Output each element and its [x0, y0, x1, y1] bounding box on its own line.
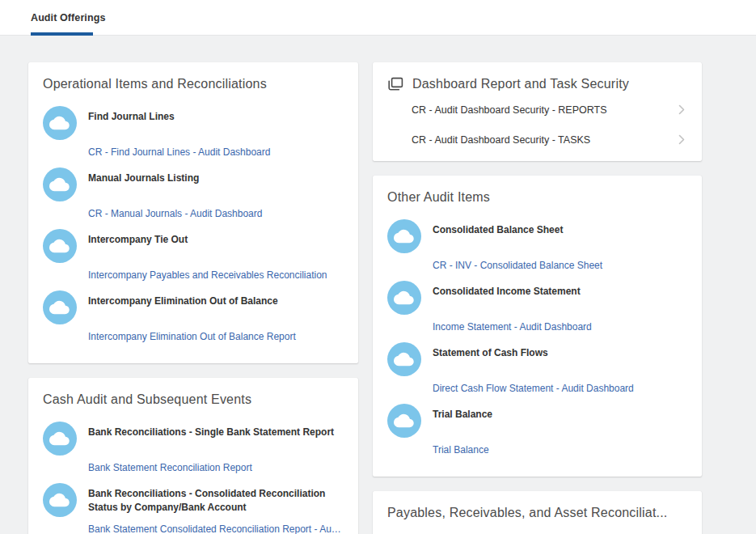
security-row[interactable]: CR - Audit Dashboard Security - REPORTS: [412, 95, 686, 125]
card-title: Operational Items and Reconciliations: [43, 77, 342, 91]
cloud-icon: [43, 106, 77, 140]
worklet-title: Statement of Cash Flows: [433, 342, 686, 379]
worklet-item: Intercompany Tie OutIntercompany Payable…: [43, 229, 342, 282]
worklet-item: Find Journal LinesCR - Find Journal Line…: [43, 106, 342, 159]
worklet-link[interactable]: Bank Statement Consolidated Reconciliati…: [88, 523, 342, 534]
worklet-title: Bank Reconciliations - Single Bank State…: [88, 422, 342, 458]
tab-bar: Audit Offerings: [0, 0, 756, 36]
worklet-link[interactable]: Bank Statement Reconciliation Report: [88, 462, 342, 474]
card-other-audit-items: Other Audit ItemsConsolidated Balance Sh…: [373, 176, 702, 477]
worklet-title: Find Journal Lines: [88, 106, 342, 142]
tab-label: Audit Offerings: [31, 12, 105, 23]
cloud-icon: [387, 219, 421, 253]
worklet-link[interactable]: CR - Find Journal Lines - Audit Dashboar…: [88, 146, 342, 159]
worklet-title: Intercompany Elimination Out of Balance: [88, 290, 342, 327]
security-row-list: CR - Audit Dashboard Security - REPORTSC…: [412, 95, 686, 155]
card-header: Dashboard Report and Task Security: [387, 77, 686, 91]
worklet-title: Consolidated Balance Sheet: [433, 219, 686, 256]
security-row-label: CR - Audit Dashboard Security - TASKS: [412, 134, 590, 146]
left-column: Operational Items and ReconciliationsFin…: [28, 62, 358, 534]
worklet-title: Manual Journals Listing: [88, 167, 342, 204]
chevron-right-icon: [678, 104, 686, 116]
worklet-item: Manual Journals ListingCR - Manual Journ…: [43, 167, 342, 220]
worklet-link[interactable]: Intercompany Elimination Out of Balance …: [88, 331, 342, 343]
worklet-item: Statement of Cash FlowsDirect Cash Flow …: [387, 342, 686, 395]
worklet-title: Intercompany Tie Out: [88, 229, 342, 265]
card-payables-receivables-and-asset-reconciliat: Payables, Receivables, and Asset Reconci…: [373, 491, 702, 534]
card-operational-items-and-reconciliations: Operational Items and ReconciliationsFin…: [28, 62, 358, 363]
worklet-item: Intercompany Elimination Out of BalanceI…: [43, 290, 342, 343]
worklet-item: Trial BalanceTrial Balance: [387, 404, 686, 456]
security-row[interactable]: CR - Audit Dashboard Security - TASKS: [412, 125, 686, 155]
cloud-icon: [43, 167, 77, 201]
cloud-icon: [387, 404, 421, 438]
card-title: Payables, Receivables, and Asset Reconci…: [387, 506, 686, 520]
worklet-link[interactable]: CR - Manual Journals - Audit Dashboard: [88, 208, 342, 220]
worklet-item: Bank Reconciliations - Single Bank State…: [43, 422, 342, 474]
card-title: Other Audit Items: [387, 190, 686, 205]
worklet-item: Consolidated Balance SheetCR - INV - Con…: [387, 219, 686, 272]
tab-audit-offerings[interactable]: Audit Offerings: [31, 0, 105, 36]
right-column: Dashboard Report and Task SecurityCR - A…: [373, 62, 702, 534]
worklet-link[interactable]: Income Statement - Audit Dashboard: [433, 321, 686, 333]
worklet-link[interactable]: Intercompany Payables and Receivables Re…: [88, 269, 342, 282]
card-dashboard-report-and-task-security: Dashboard Report and Task SecurityCR - A…: [373, 62, 702, 161]
worklet-item: Bank Reconciliations - Consolidated Reco…: [43, 483, 342, 534]
cloud-icon: [43, 229, 77, 263]
worklet-link[interactable]: CR - INV - Consolidated Balance Sheet: [433, 260, 686, 272]
worklet-title: Consolidated Income Statement: [433, 281, 686, 317]
card-cash-audit-and-subsequent-events: Cash Audit and Subsequent EventsBank Rec…: [28, 378, 358, 534]
chevron-right-icon: [678, 134, 686, 146]
cloud-icon: [387, 281, 421, 315]
cloud-icon: [43, 290, 77, 324]
security-row-label: CR - Audit Dashboard Security - REPORTS: [412, 104, 607, 116]
worklet-title: Trial Balance: [433, 404, 686, 440]
cloud-icon: [387, 342, 421, 376]
worklet-item: Consolidated Income StatementIncome Stat…: [387, 281, 686, 333]
worklet-title: Bank Reconciliations - Consolidated Reco…: [88, 483, 342, 519]
worklet-link[interactable]: Trial Balance: [433, 444, 686, 456]
cloud-icon: [43, 483, 77, 517]
card-title: Dashboard Report and Task Security: [412, 77, 629, 91]
cloud-icon: [43, 422, 77, 456]
stacked-windows-icon: [387, 77, 403, 91]
card-title: Cash Audit and Subsequent Events: [43, 392, 342, 407]
worklet-link[interactable]: Direct Cash Flow Statement - Audit Dashb…: [433, 383, 686, 395]
active-tab-underline: [31, 32, 93, 36]
